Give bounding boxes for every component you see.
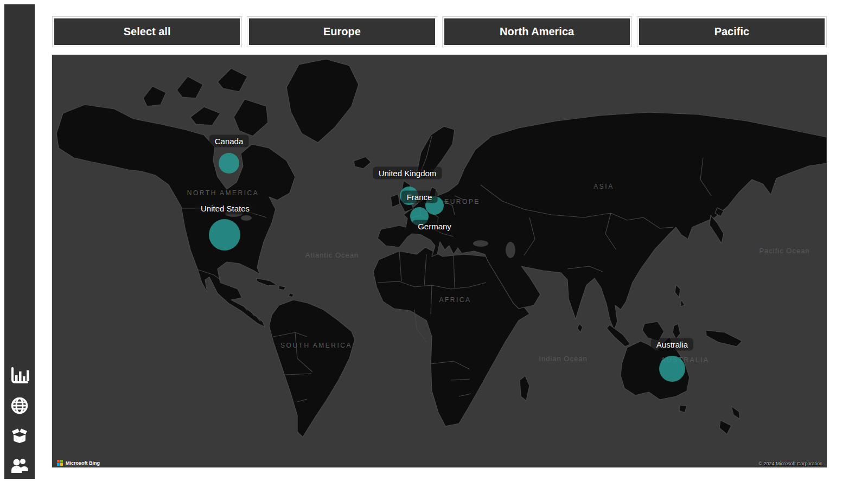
globe-icon[interactable] — [8, 394, 31, 417]
map-copyright: © 2024 Microsoft Corporation — [758, 461, 822, 466]
map-region-label-asia: ASIA — [593, 183, 614, 190]
map-bubble-australia[interactable] — [659, 356, 685, 382]
map-data-label-united-states: United States — [195, 202, 255, 215]
europe-button[interactable]: Europe — [247, 16, 437, 47]
bar-chart-icon[interactable] — [8, 364, 31, 387]
europe-button-label[interactable]: Europe — [249, 18, 435, 45]
people-icon[interactable] — [8, 454, 31, 477]
bing-attribution-label: Microsoft Bing — [66, 460, 100, 466]
map-data-label-united-kingdom: United Kingdom — [373, 167, 442, 179]
map-annotation-layer: NORTH AMERICASOUTH AMERICAEUROPEAFRICAAS… — [52, 55, 827, 467]
microsoft-logo-icon — [57, 460, 63, 466]
region-slicer-row: Select all Europe North America Pacific — [52, 16, 827, 47]
north-america-button-label[interactable]: North America — [444, 18, 630, 45]
bing-attribution: Microsoft Bing — [57, 460, 100, 466]
map-data-label-australia: Australia — [651, 338, 693, 351]
north-america-button[interactable]: North America — [442, 16, 632, 47]
map-region-label-europe: EUROPE — [444, 198, 480, 206]
map-region-label-pacific-ocean: Pacific Ocean — [759, 247, 809, 255]
select-all-button[interactable]: Select all — [52, 16, 242, 47]
map-bubble-united-states[interactable] — [209, 219, 240, 251]
select-all-button-label[interactable]: Select all — [54, 18, 240, 45]
open-box-icon[interactable] — [8, 424, 31, 447]
pacific-button[interactable]: Pacific — [637, 16, 827, 47]
map-region-label-atlantic-ocean: Atlantic Ocean — [305, 251, 359, 259]
map-region-label-south-america: SOUTH AMERICA — [280, 342, 352, 349]
pacific-button-label[interactable]: Pacific — [639, 18, 825, 45]
map-data-label-canada: Canada — [209, 135, 249, 147]
map-data-label-france: France — [401, 191, 438, 203]
map-region-label-africa: AFRICA — [439, 296, 471, 304]
map-region-label-indian-ocean: Indian Ocean — [539, 355, 587, 363]
left-icon-rail — [4, 4, 35, 479]
map-data-label-germany: Germany — [412, 220, 457, 233]
map-bubble-canada[interactable] — [219, 153, 239, 174]
bing-map-visual[interactable]: NORTH AMERICASOUTH AMERICAEUROPEAFRICAAS… — [52, 54, 827, 468]
map-region-label-north-america: NORTH AMERICA — [187, 189, 259, 197]
